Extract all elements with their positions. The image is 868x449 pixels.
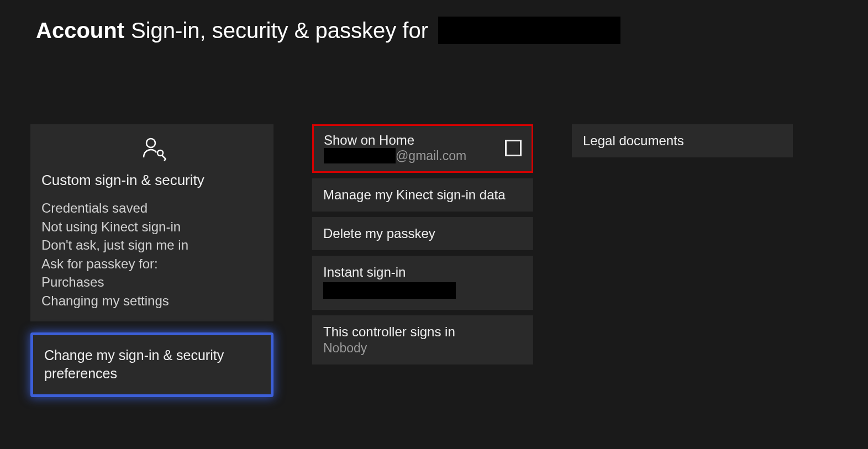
controller-signin-title: This controller signs in	[323, 324, 522, 340]
manage-kinect-label: Manage my Kinect sign-in data	[323, 187, 522, 203]
delete-passkey-item[interactable]: Delete my passkey	[312, 217, 533, 250]
manage-kinect-item[interactable]: Manage my Kinect sign-in data	[312, 178, 533, 212]
status-line: Changing my settings	[41, 292, 262, 310]
svg-line-2	[162, 155, 166, 159]
controller-signin-value: Nobody	[323, 341, 522, 356]
status-line: Not using Kinect sign-in	[41, 218, 262, 236]
page-header: Account Sign-in, security & passkey for	[0, 0, 868, 44]
show-on-home-item[interactable]: Show on Home @gmail.com	[312, 124, 533, 173]
left-column: Custom sign-in & security Credentials sa…	[30, 124, 273, 397]
signin-security-card: Custom sign-in & security Credentials sa…	[30, 124, 273, 321]
show-on-home-text: Show on Home @gmail.com	[324, 133, 466, 163]
instant-signin-value-redacted	[323, 282, 456, 299]
person-key-icon	[141, 136, 262, 165]
instant-signin-title: Instant sign-in	[323, 265, 522, 280]
email-domain: @gmail.com	[396, 149, 466, 163]
svg-line-3	[164, 159, 166, 161]
content-area: Custom sign-in & security Credentials sa…	[0, 44, 868, 397]
right-column: Legal documents	[572, 124, 793, 157]
email-local-redacted	[324, 148, 396, 163]
status-line: Ask for passkey for:	[41, 255, 262, 273]
delete-passkey-label: Delete my passkey	[323, 226, 522, 241]
card-title: Custom sign-in & security	[41, 172, 262, 189]
svg-point-0	[146, 139, 155, 147]
page-title-bold: Account	[36, 18, 124, 43]
change-signin-preferences-button[interactable]: Change my sign-in & security preferences	[30, 332, 273, 398]
middle-column: Show on Home @gmail.com Manage my Kinect…	[312, 124, 533, 365]
page-title-light: Sign-in, security & passkey for	[131, 18, 428, 43]
legal-documents-label: Legal documents	[583, 133, 782, 149]
show-on-home-checkbox[interactable]	[505, 140, 522, 156]
status-line: Credentials saved	[41, 199, 262, 218]
email-line: @gmail.com	[324, 148, 466, 163]
status-line: Purchases	[41, 273, 262, 292]
legal-documents-item[interactable]: Legal documents	[572, 124, 793, 157]
instant-signin-item[interactable]: Instant sign-in	[312, 256, 533, 310]
status-line: Don't ask, just sign me in	[41, 236, 262, 255]
controller-signin-item[interactable]: This controller signs in Nobody	[312, 315, 533, 365]
show-on-home-title: Show on Home	[324, 133, 466, 148]
gamertag-redacted	[438, 17, 620, 44]
